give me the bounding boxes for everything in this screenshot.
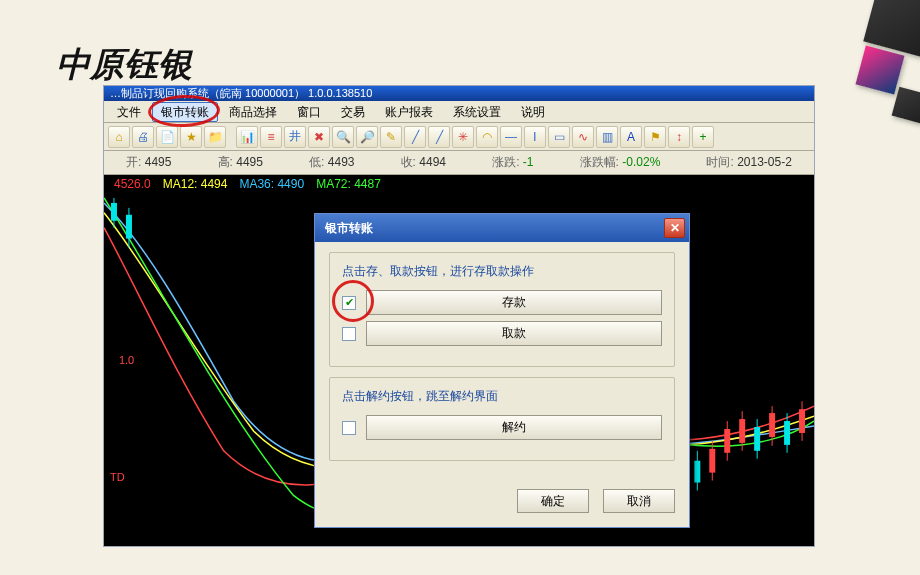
ma36-value: MA36: 4490 bbox=[239, 177, 304, 191]
slide-title: 中原钰银 bbox=[56, 42, 192, 88]
plus-icon[interactable]: + bbox=[692, 126, 714, 148]
svg-rect-25 bbox=[799, 409, 805, 433]
ma5-value: 4526.0 bbox=[114, 177, 151, 191]
high-value: 4495 bbox=[236, 155, 263, 169]
pencil-icon[interactable]: ✎ bbox=[380, 126, 402, 148]
close-button[interactable]: ✕ bbox=[664, 218, 685, 238]
menu-item-3[interactable]: 窗口 bbox=[288, 102, 330, 122]
change-label: 涨跌: bbox=[492, 155, 519, 169]
print-icon[interactable]: 🖨 bbox=[132, 126, 154, 148]
cancel-contract-checkbox[interactable] bbox=[342, 421, 356, 435]
home-icon[interactable]: ⌂ bbox=[108, 126, 130, 148]
low-label: 低: bbox=[309, 155, 324, 169]
svg-rect-29 bbox=[126, 215, 132, 239]
svg-rect-27 bbox=[111, 203, 117, 221]
toolbar: ⌂🖨📄★📁📊≡井✖🔍🔎✎╱╱✳◠—Ⅰ▭∿▥A⚑↕+ bbox=[104, 123, 814, 151]
x-icon[interactable]: ✖ bbox=[308, 126, 330, 148]
menu-item-1[interactable]: 银市转账 bbox=[152, 102, 218, 122]
low-value: 4493 bbox=[328, 155, 355, 169]
change-value: -1 bbox=[523, 155, 534, 169]
price-info-bar: 开: 4495 高: 4495 低: 4493 收: 4494 涨跌: -1 涨… bbox=[104, 151, 814, 175]
group1-title: 点击存、取款按钮，进行存取款操作 bbox=[342, 263, 662, 280]
folder-icon[interactable]: 📁 bbox=[204, 126, 226, 148]
deposit-withdraw-group: 点击存、取款按钮，进行存取款操作 ✔ 存款 取款 bbox=[329, 252, 675, 367]
open-value: 4495 bbox=[145, 155, 172, 169]
svg-rect-13 bbox=[709, 449, 715, 473]
axis-label: 1.0 bbox=[119, 354, 134, 366]
tag-icon[interactable]: ⚑ bbox=[644, 126, 666, 148]
grid-icon[interactable]: 井 bbox=[284, 126, 306, 148]
svg-rect-11 bbox=[694, 461, 700, 483]
menu-item-4[interactable]: 交易 bbox=[332, 102, 374, 122]
doc-icon[interactable]: 📄 bbox=[156, 126, 178, 148]
bars-icon[interactable]: ≡ bbox=[260, 126, 282, 148]
group2-title: 点击解约按钮，跳至解约界面 bbox=[342, 388, 662, 405]
zoom-in-icon[interactable]: 🔍 bbox=[332, 126, 354, 148]
menu-item-5[interactable]: 账户报表 bbox=[376, 102, 442, 122]
decorative-corner bbox=[800, 0, 920, 120]
line1-icon[interactable]: ╱ bbox=[404, 126, 426, 148]
deposit-button[interactable]: 存款 bbox=[366, 290, 662, 315]
svg-rect-15 bbox=[724, 429, 730, 453]
wave-icon[interactable]: ∿ bbox=[572, 126, 594, 148]
zoom-out-icon[interactable]: 🔎 bbox=[356, 126, 378, 148]
arc-icon[interactable]: ◠ bbox=[476, 126, 498, 148]
ok-button[interactable]: 确定 bbox=[517, 489, 589, 513]
close-value: 4494 bbox=[419, 155, 446, 169]
dialog-titlebar[interactable]: 银市转账 ✕ bbox=[315, 214, 689, 242]
menu-item-2[interactable]: 商品选择 bbox=[220, 102, 286, 122]
menu-item-0[interactable]: 文件 bbox=[108, 102, 150, 122]
fan-icon[interactable]: ✳ bbox=[452, 126, 474, 148]
text-icon[interactable]: Ⅰ bbox=[524, 126, 546, 148]
menu-item-6[interactable]: 系统设置 bbox=[444, 102, 510, 122]
time-label: 时间: bbox=[706, 155, 733, 169]
svg-rect-21 bbox=[769, 413, 775, 437]
box-icon[interactable]: ▥ bbox=[596, 126, 618, 148]
hline-icon[interactable]: — bbox=[500, 126, 522, 148]
menu-bar: 文件银市转账商品选择窗口交易账户报表系统设置说明 bbox=[104, 101, 814, 123]
ruler-icon[interactable]: ↕ bbox=[668, 126, 690, 148]
deposit-checkbox[interactable]: ✔ bbox=[342, 296, 356, 310]
svg-rect-19 bbox=[754, 427, 760, 451]
close-label: 收: bbox=[401, 155, 416, 169]
bank-transfer-dialog: 银市转账 ✕ 点击存、取款按钮，进行存取款操作 ✔ 存款 取款 点击解约按钮，跳… bbox=[314, 213, 690, 528]
star-icon[interactable]: ★ bbox=[180, 126, 202, 148]
td-label: TD bbox=[110, 471, 125, 483]
svg-rect-17 bbox=[739, 419, 745, 443]
dialog-title: 银市转账 bbox=[325, 220, 373, 237]
app-titlebar: …制品订现回购系统（皖南 10000001） 1.0.0.138510 bbox=[104, 86, 814, 101]
chart-icon[interactable]: 📊 bbox=[236, 126, 258, 148]
svg-rect-23 bbox=[784, 421, 790, 445]
moving-average-line: 4526.0 MA12: 4494 MA36: 4490 MA72: 4487 bbox=[104, 175, 814, 193]
menu-item-7[interactable]: 说明 bbox=[512, 102, 554, 122]
open-label: 开: bbox=[126, 155, 141, 169]
ma72-value: MA72: 4487 bbox=[316, 177, 381, 191]
cancel-button[interactable]: 取消 bbox=[603, 489, 675, 513]
close-icon: ✕ bbox=[670, 221, 680, 235]
time-value: 2013-05-2 bbox=[737, 155, 792, 169]
line2-icon[interactable]: ╱ bbox=[428, 126, 450, 148]
change-pct-value: -0.02% bbox=[622, 155, 660, 169]
withdraw-button[interactable]: 取款 bbox=[366, 321, 662, 346]
a-icon[interactable]: A bbox=[620, 126, 642, 148]
change-pct-label: 涨跌幅: bbox=[580, 155, 619, 169]
rect-icon[interactable]: ▭ bbox=[548, 126, 570, 148]
cancel-contract-group: 点击解约按钮，跳至解约界面 解约 bbox=[329, 377, 675, 461]
withdraw-checkbox[interactable] bbox=[342, 327, 356, 341]
cancel-contract-button[interactable]: 解约 bbox=[366, 415, 662, 440]
ma12-value: MA12: 4494 bbox=[163, 177, 228, 191]
high-label: 高: bbox=[218, 155, 233, 169]
